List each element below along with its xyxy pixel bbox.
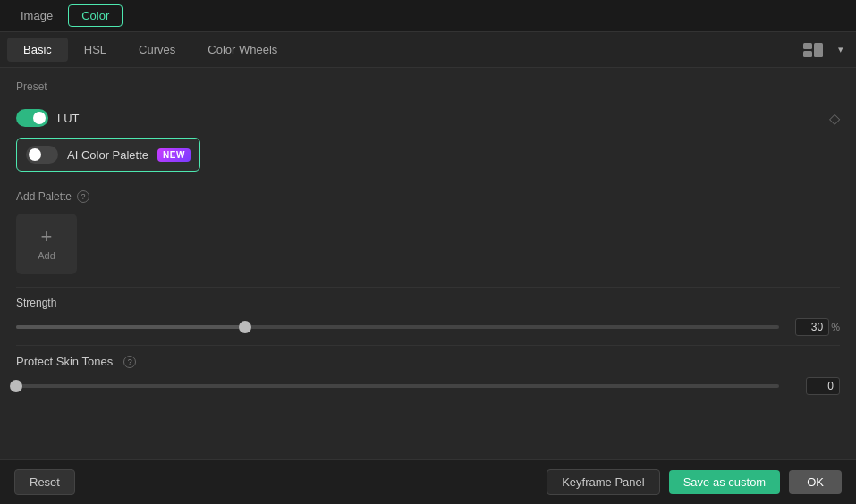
bottom-bar: Reset Keyframe Panel Save as custom OK [0,459,856,504]
preset-section: Preset LUT ◇ AI Color Palette NEW [0,68,856,181]
add-palette-label-text: Add Palette [16,190,72,203]
protect-skin-slider-track[interactable] [16,384,779,388]
strength-slider-row: % [16,318,840,336]
add-palette-button[interactable]: + Add [16,214,77,274]
strength-section: Strength % [0,288,856,345]
add-plus-icon: + [41,227,53,247]
strength-value-box: % [788,318,840,336]
add-palette-section: Add Palette ? + Add [0,181,856,287]
diamond-icon: ◇ [829,110,840,127]
tab-basic[interactable]: Basic [7,38,68,62]
protect-skin-help-icon[interactable]: ? [123,356,136,368]
ai-palette-label: AI Color Palette [67,148,148,162]
svg-rect-1 [803,51,812,57]
reset-button[interactable]: Reset [14,469,75,495]
protect-skin-label: Protect Skin Tones [16,355,113,368]
tab-image[interactable]: Image [7,4,66,27]
add-palette-help-icon[interactable]: ? [77,190,89,203]
svg-rect-2 [814,43,823,57]
svg-rect-0 [803,43,812,49]
top-tab-bar: Image Color [0,0,856,32]
protect-skin-section: Protect Skin Tones ? [0,346,856,404]
strength-slider-thumb[interactable] [239,321,251,333]
lut-toggle[interactable] [16,109,48,127]
tab-color-wheels[interactable]: Color Wheels [191,38,293,62]
lut-label: LUT [57,112,80,125]
protect-skin-value-input[interactable] [806,377,840,395]
add-palette-header: Add Palette ? [16,190,840,203]
tab-color[interactable]: Color [68,4,123,27]
strength-slider-track[interactable] [16,325,779,329]
keyframe-panel-button[interactable]: Keyframe Panel [547,469,660,495]
protect-skin-slider-row [16,377,840,395]
save-custom-button[interactable]: Save as custom [669,470,781,494]
sec-tab-bar: Basic HSL Curves Color Wheels ▾ [0,32,856,68]
panel-layout-icon[interactable] [801,41,826,59]
strength-value-input[interactable] [795,318,829,336]
tab-hsl[interactable]: HSL [68,38,123,62]
new-badge: NEW [157,148,191,162]
lut-row: LUT ◇ [16,104,840,132]
strength-label: Strength [16,297,840,309]
ai-palette-toggle[interactable] [26,146,58,164]
ai-color-palette-row: AI Color Palette NEW [16,138,200,172]
protect-skin-header: Protect Skin Tones ? [16,355,840,368]
preset-section-title: Preset [16,80,840,93]
main-content: Preset LUT ◇ AI Color Palette NEW [0,68,856,459]
tab-curves[interactable]: Curves [123,38,191,62]
add-thumb-label: Add [38,250,55,261]
chevron-down-icon[interactable]: ▾ [833,41,849,59]
strength-unit: % [831,322,840,332]
ok-button[interactable]: OK [789,470,842,494]
protect-skin-value-box [788,377,840,395]
protect-skin-slider-thumb[interactable] [10,380,22,392]
strength-slider-fill [16,325,245,329]
